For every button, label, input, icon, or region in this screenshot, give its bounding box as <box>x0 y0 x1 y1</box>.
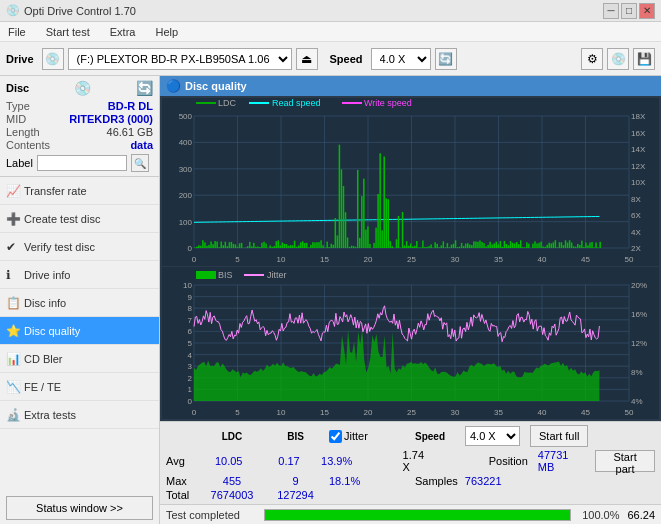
menu-start-test[interactable]: Start test <box>42 24 94 40</box>
max-jitter: 18.1% <box>329 475 409 487</box>
drive-label: Drive <box>6 53 34 65</box>
drive-info-label: Drive info <box>24 269 70 281</box>
cd-bler-label: CD Bler <box>24 353 63 365</box>
sidebar-item-transfer-rate[interactable]: 📈 Transfer rate <box>0 177 159 205</box>
disc-info-label: Disc info <box>24 297 66 309</box>
disc-label-row: Label 🔍 <box>6 154 153 172</box>
jitter-checkbox[interactable] <box>329 430 342 443</box>
disc-refresh-icon[interactable]: 🔄 <box>136 80 153 96</box>
stats-speed-select[interactable]: 4.0 X <box>465 426 520 446</box>
disc-mid-row: MID RITEKDR3 (000) <box>6 113 153 125</box>
sidebar-item-verify-test-disc[interactable]: ✔ Verify test disc <box>0 233 159 261</box>
max-bis: 9 <box>268 475 323 487</box>
start-part-wrapper: Start part <box>595 450 655 472</box>
status-window-button[interactable]: Status window >> <box>6 496 153 520</box>
progress-percentage: 100.0% <box>579 509 619 521</box>
content-header-icon: 🔵 <box>166 79 181 93</box>
ldc-col-header: LDC <box>202 431 262 442</box>
stats-headers-row: LDC BIS Jitter Speed 4.0 X Start full <box>166 425 655 447</box>
sidebar-item-fe-te[interactable]: 📉 FE / TE <box>0 373 159 401</box>
close-button[interactable]: ✕ <box>639 3 655 19</box>
extra-tests-label: Extra tests <box>24 409 76 421</box>
sidebar-item-disc-info[interactable]: 📋 Disc info <box>0 289 159 317</box>
speed-value: 1.74 X <box>403 449 433 473</box>
mid-label: MID <box>6 113 26 125</box>
disc-type-row: Type BD-R DL <box>6 100 153 112</box>
disc-icon: 💿 <box>74 80 91 96</box>
titlebar: 💿 Opti Drive Control 1.70 ─ □ ✕ <box>0 0 661 22</box>
start-buttons: Start full <box>530 425 588 447</box>
total-ldc: 7674003 <box>202 489 262 501</box>
speed-col-header: Speed <box>415 431 455 442</box>
label-button[interactable]: 🔍 <box>131 154 149 172</box>
sidebar-item-create-test-disc[interactable]: ➕ Create test disc <box>0 205 159 233</box>
menu-extra[interactable]: Extra <box>106 24 140 40</box>
disc-header-text: Disc <box>6 82 29 94</box>
sidebar: Disc 💿 🔄 Type BD-R DL MID RITEKDR3 (000)… <box>0 76 160 524</box>
contents-label: Contents <box>6 139 50 151</box>
disc-contents-row: Contents data <box>6 139 153 151</box>
speed-select[interactable]: 4.0 X <box>371 48 431 70</box>
disc-section: Disc 💿 🔄 Type BD-R DL MID RITEKDR3 (000)… <box>0 76 159 177</box>
extra-tests-icon: 🔬 <box>6 408 21 422</box>
app-title: Opti Drive Control 1.70 <box>24 5 136 17</box>
verify-disc-label: Verify test disc <box>24 241 95 253</box>
eject-button[interactable]: ⏏ <box>296 48 318 70</box>
jitter-checkbox-row: Jitter <box>329 430 409 443</box>
main-layout: Disc 💿 🔄 Type BD-R DL MID RITEKDR3 (000)… <box>0 76 661 524</box>
sidebar-item-disc-quality[interactable]: ⭐ Disc quality <box>0 317 159 345</box>
maximize-button[interactable]: □ <box>621 3 637 19</box>
sidebar-item-cd-bler[interactable]: 📊 CD Bler <box>0 345 159 373</box>
chart-bis <box>162 267 659 419</box>
minimize-button[interactable]: ─ <box>603 3 619 19</box>
position-label: Position <box>489 455 528 467</box>
menu-file[interactable]: File <box>4 24 30 40</box>
start-part-button[interactable]: Start part <box>595 450 655 472</box>
jitter-col-header: Jitter <box>344 430 368 442</box>
speed-select-wrapper: 4.0 X <box>465 426 520 446</box>
type-label: Type <box>6 100 30 112</box>
total-label: Total <box>166 489 196 501</box>
sidebar-item-extra-tests[interactable]: 🔬 Extra tests <box>0 401 159 429</box>
cd-bler-icon: 📊 <box>6 352 21 366</box>
drive-info-icon: ℹ <box>6 268 11 282</box>
transfer-rate-label: Transfer rate <box>24 185 87 197</box>
app-icon: 💿 <box>6 4 20 17</box>
statusbar: Test completed 100.0% 66.24 <box>160 504 661 524</box>
content-header-text: Disc quality <box>185 80 247 92</box>
save-button[interactable]: 💾 <box>633 48 655 70</box>
drive-icon-btn[interactable]: 💿 <box>42 48 64 70</box>
menu-help[interactable]: Help <box>151 24 182 40</box>
disc-header: Disc 💿 🔄 <box>6 80 153 96</box>
toolbar: Drive 💿 (F:) PLEXTOR BD-R PX-LB950SA 1.0… <box>0 42 661 76</box>
create-disc-label: Create test disc <box>24 213 100 225</box>
progress-bar <box>265 510 570 520</box>
disc-button[interactable]: 💿 <box>607 48 629 70</box>
fe-te-icon: 📉 <box>6 380 21 394</box>
avg-jitter: 13.9% <box>321 455 397 467</box>
verify-disc-icon: ✔ <box>6 240 16 254</box>
disc-quality-icon: ⭐ <box>6 324 21 338</box>
total-bis: 127294 <box>268 489 323 501</box>
drive-select[interactable]: (F:) PLEXTOR BD-R PX-LB950SA 1.06 <box>68 48 292 70</box>
chart-ldc-canvas <box>162 98 659 266</box>
refresh-button[interactable]: 🔄 <box>435 48 457 70</box>
max-ldc: 455 <box>202 475 262 487</box>
status-text: Test completed <box>166 509 256 521</box>
speed-label: Speed <box>330 53 363 65</box>
content-area: 🔵 Disc quality LDC BIS Jitter <box>160 76 661 524</box>
sidebar-item-drive-info[interactable]: ℹ Drive info <box>0 261 159 289</box>
disc-length-row: Length 46.61 GB <box>6 126 153 138</box>
max-label: Max <box>166 475 196 487</box>
label-text: Label <box>6 157 33 169</box>
content-header: 🔵 Disc quality <box>160 76 661 96</box>
menubar: File Start test Extra Help <box>0 22 661 42</box>
start-full-button[interactable]: Start full <box>530 425 588 447</box>
position-value: 47731 MB <box>538 449 585 473</box>
samples-label-wrapper: Samples 763221 <box>415 475 502 487</box>
stats-total-row: Total 7674003 127294 <box>166 489 655 501</box>
settings-button[interactable]: ⚙ <box>581 48 603 70</box>
avg-label: Avg <box>166 455 194 467</box>
label-input[interactable] <box>37 155 127 171</box>
samples-value: 763221 <box>465 475 502 487</box>
